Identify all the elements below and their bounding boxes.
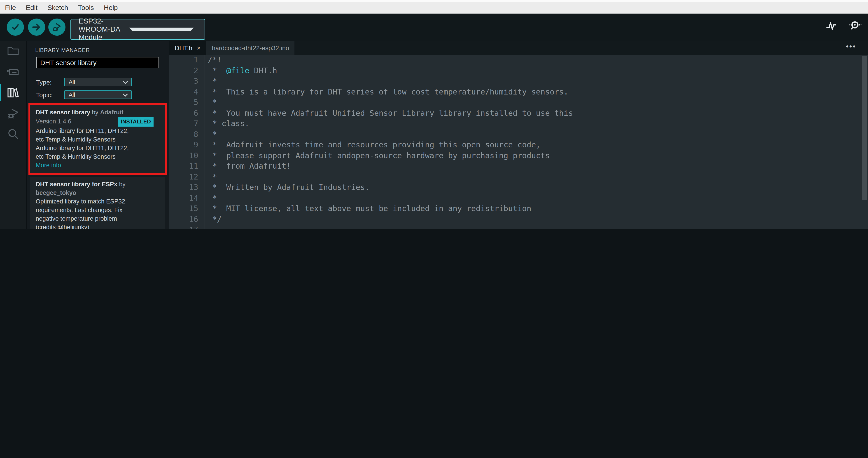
line-number: 12 (169, 172, 205, 182)
type-filter-value: All (65, 79, 122, 85)
library-books-icon (6, 86, 20, 99)
topic-filter-row: Topic: All (36, 90, 132, 99)
line-content: * (205, 129, 868, 140)
arrow-right-icon (32, 22, 41, 32)
line-content: * class. (205, 118, 868, 129)
library-description: Arduino library for DHT11, DHT22, etc Te… (36, 126, 160, 161)
verify-button[interactable] (7, 19, 24, 36)
line-content: * Adafruit invests time and resources pr… (205, 140, 868, 150)
line-number: 13 (169, 182, 205, 193)
toolbar: ESP32-WROOM-DA Module (0, 13, 868, 41)
line-content: * You must have Adafruit Unified Sensor … (205, 108, 868, 118)
library-results-list: DHT sensor library by AdafruitVersion 1.… (27, 103, 169, 229)
code-line: 1/*! (169, 55, 868, 65)
more-info-link[interactable]: More info (36, 161, 160, 170)
library-card-DHT sensor library for ESPx[interactable]: DHT sensor library for ESPx by beegee_to… (30, 177, 165, 229)
serial-plotter-icon[interactable] (826, 20, 837, 32)
active-indicator (0, 84, 1, 101)
tab-label: hardcoded-dht22-esp32.ino (212, 44, 289, 51)
line-content: /*! (205, 55, 868, 65)
code-editor[interactable]: 1/*!2 * @file DHT.h3 *4 * This is a libr… (169, 55, 868, 229)
code-line: 8 * (169, 129, 868, 140)
tab-label: DHT.h (175, 44, 192, 51)
board-selector-value: ESP32-WROOM-DA Module (71, 17, 129, 41)
debug-icon (6, 107, 20, 120)
code-line: 11 * from Adafruit! (169, 161, 868, 172)
line-content: * (205, 76, 868, 87)
code-line: 12 * (169, 172, 868, 182)
code-line: 17 (169, 225, 868, 229)
library-description: Optimized libray to match ESP32 requirem… (36, 197, 160, 229)
installed-badge: INSTALLED (118, 117, 154, 126)
window-top-edge (0, 0, 868, 2)
line-content: * (205, 193, 868, 203)
tab-close-icon[interactable]: × (197, 44, 200, 51)
tab-DHT.h[interactable]: DHT.h× (169, 41, 206, 55)
menu-item-tools[interactable]: Tools (73, 2, 99, 13)
sidebar-item-boards-manager[interactable] (0, 61, 26, 82)
debug-button[interactable] (48, 19, 65, 36)
tab-hardcoded-dht22-esp32.ino[interactable]: hardcoded-dht22-esp32.ino (207, 41, 295, 55)
type-filter-label: Type: (36, 79, 64, 86)
menu-item-edit[interactable]: Edit (21, 2, 42, 13)
folder-icon (6, 44, 20, 58)
chevron-down-icon (122, 93, 128, 96)
type-filter-dropdown[interactable]: All (64, 78, 132, 86)
upload-button[interactable] (28, 19, 45, 36)
line-number: 16 (169, 214, 205, 225)
line-number: 14 (169, 193, 205, 203)
library-card-DHT sensor library[interactable]: DHT sensor library by AdafruitVersion 1.… (30, 105, 165, 173)
line-number: 4 (169, 87, 205, 97)
tab-bar: DHT.h×hardcoded-dht22-esp32.ino (169, 41, 868, 55)
code-line: 7 * class. (169, 118, 868, 129)
board-chip-icon (6, 65, 20, 79)
line-number: 17 (169, 225, 205, 229)
line-number: 7 (169, 118, 205, 129)
library-search-box (36, 57, 159, 68)
sidebar-item-debug[interactable] (0, 103, 26, 124)
type-filter-row: Type: All (36, 78, 132, 86)
code-line: 4 * This is a library for DHT series of … (169, 87, 868, 97)
code-line: 2 * @file DHT.h (169, 65, 868, 76)
library-manager-panel: LIBRARY MANAGER Type: All Topic: All DHT… (26, 41, 169, 229)
code-line: 13 * Written by Adafruit Industries. (169, 182, 868, 193)
board-selector[interactable]: ESP32-WROOM-DA Module (70, 19, 205, 40)
search-icon (6, 127, 20, 141)
code-line: 9 * Adafruit invests time and resources … (169, 140, 868, 150)
library-search-input[interactable] (37, 57, 166, 68)
editor-scrollbar[interactable] (862, 56, 867, 200)
code-line: 15 * MIT license, all text above must be… (169, 203, 868, 214)
line-content: * from Adafruit! (205, 161, 868, 172)
topic-filter-value: All (65, 91, 122, 98)
panel-title: LIBRARY MANAGER (35, 47, 169, 53)
library-card-title: DHT sensor library for ESPx by beegee_to… (36, 180, 160, 197)
line-number: 5 (169, 97, 205, 108)
sidebar-item-library-manager[interactable] (0, 82, 26, 103)
line-number: 10 (169, 150, 205, 161)
topic-filter-dropdown[interactable]: All (64, 90, 132, 99)
line-content: * please support Adafruit andopen-source… (205, 150, 868, 161)
sidebar-item-search[interactable] (0, 124, 26, 145)
code-line: 10 * please support Adafruit andopen-sou… (169, 150, 868, 161)
code-line: 14 * (169, 193, 868, 203)
line-content: * Written by Adafruit Industries. (205, 182, 868, 193)
tab-more-actions[interactable]: ••• (846, 42, 856, 51)
line-content: * @file DHT.h (205, 65, 868, 76)
line-content: * MIT license, all text above must be in… (205, 203, 868, 214)
arduino-ide-window: FileEditSketchToolsHelp ESP32-WROOM-DA M… (0, 0, 868, 229)
check-icon (10, 22, 20, 32)
line-number: 1 (169, 55, 205, 65)
chevron-down-icon (129, 28, 194, 31)
topic-filter-label: Topic: (36, 91, 64, 98)
sidebar-item-sketchbook[interactable] (0, 41, 26, 61)
line-number: 6 (169, 108, 205, 118)
serial-monitor-icon[interactable] (848, 20, 862, 32)
menu-item-sketch[interactable]: Sketch (42, 2, 73, 13)
line-content: * This is a library for DHT series of lo… (205, 87, 868, 97)
menu-item-file[interactable]: File (0, 2, 21, 13)
line-content: * (205, 97, 868, 108)
line-content: * (205, 172, 868, 182)
line-number: 2 (169, 65, 205, 76)
menu-item-help[interactable]: Help (99, 2, 123, 13)
library-card-title: DHT sensor library by Adafruit (36, 108, 160, 117)
